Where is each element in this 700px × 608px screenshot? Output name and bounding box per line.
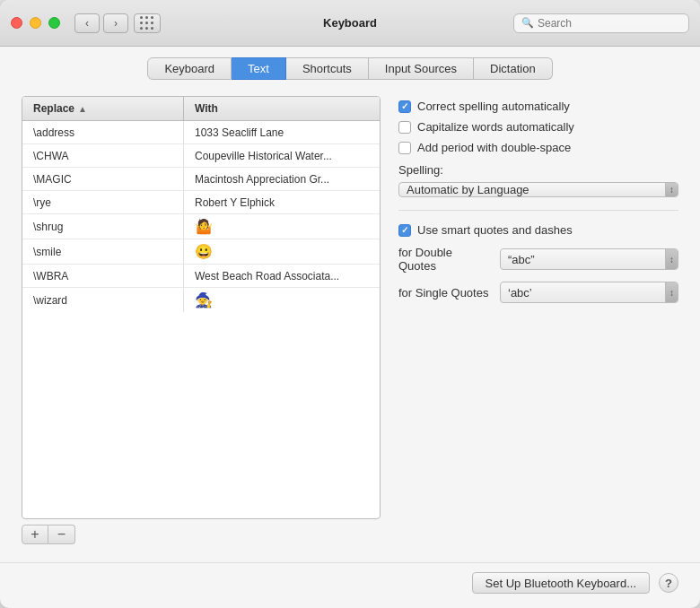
window-controls [11,17,60,29]
single-quotes-value: ‘abc’ [508,286,532,300]
search-bar[interactable]: 🔍 [513,13,689,33]
window-title: Keyboard [323,16,377,30]
keyboard-window: ‹ › Keyboard 🔍 Keyboard Text Shortcuts I… [0,0,700,608]
checkbox-row-period[interactable]: Add period with double-space [398,141,678,154]
checkbox-row-capitalize[interactable]: Capitalize words automatically [398,120,678,134]
table-row[interactable]: \rye Robert Y Elphick [22,191,380,214]
cell-replace: \shrug [22,214,184,239]
help-button[interactable]: ? [659,573,678,593]
cell-with-emoji: 🧙 [184,288,380,312]
spelling-value: Automatic by Language [407,183,529,196]
spelling-label: Spelling: [398,163,678,177]
cell-replace: \address [22,121,184,143]
capitalize-words-label: Capitalize words automatically [417,120,574,134]
table-header: Replace ▲ With [22,97,380,121]
cell-with: 1033 Seacliff Lane [184,121,380,143]
cell-with: Macintosh Appreciation Gr... [184,168,380,190]
sort-arrow-icon: ▲ [78,104,87,114]
grid-icon [140,16,154,30]
single-quotes-label: for Single Quotes [398,286,493,300]
capitalize-words-checkbox[interactable] [398,121,411,134]
remove-row-button[interactable]: − [48,525,75,544]
cell-with: Coupeville Historical Water... [184,144,380,167]
cell-replace: \MAGIC [22,168,184,190]
content-area: Replace ▲ With \address 1033 Seacliff La… [0,87,700,562]
header-replace: Replace ▲ [22,97,184,120]
table-body: \address 1033 Seacliff Lane \CHWA Coupev… [22,121,380,312]
double-quotes-row: for Double Quotes “abc” ↕ [398,246,678,273]
smart-quotes-label: Use smart quotes and dashes [417,223,573,237]
correct-spelling-checkbox[interactable] [398,100,411,113]
tabs-bar: Keyboard Text Shortcuts Input Sources Di… [0,47,700,87]
text-table: Replace ▲ With \address 1033 Seacliff La… [22,96,381,519]
right-panel: Correct spelling automatically Capitaliz… [398,96,678,544]
grid-button[interactable] [134,13,161,33]
divider [398,210,678,211]
checkbox-row-correct-spelling[interactable]: Correct spelling automatically [398,100,678,113]
table-row[interactable]: \address 1033 Seacliff Lane [22,121,380,144]
tab-shortcuts[interactable]: Shortcuts [286,57,369,80]
single-quotes-row: for Single Quotes ‘abc’ ↕ [398,282,678,303]
cell-with-emoji: 😀 [184,239,380,264]
double-quotes-value: “abc” [508,253,535,266]
correct-spelling-label: Correct spelling automatically [417,100,570,113]
tab-text[interactable]: Text [232,57,286,80]
search-input[interactable] [538,17,681,30]
search-icon: 🔍 [521,17,534,29]
tab-dictation[interactable]: Dictation [474,57,553,80]
table-row[interactable]: \shrug 🤷 [22,214,380,239]
table-row[interactable]: \smile 😀 [22,239,380,265]
add-period-label: Add period with double-space [417,141,571,154]
smart-quotes-checkbox[interactable] [398,224,411,237]
tab-input-sources[interactable]: Input Sources [369,57,474,80]
minimize-button[interactable] [30,17,41,29]
spelling-dropdown[interactable]: Automatic by Language ↕ [398,182,678,197]
table-controls: + − [22,525,381,544]
table-row[interactable]: \MAGIC Macintosh Appreciation Gr... [22,168,380,191]
back-button[interactable]: ‹ [74,13,100,33]
spelling-section: Spelling: Automatic by Language ↕ [398,163,678,197]
cell-with: Robert Y Elphick [184,191,380,213]
add-row-button[interactable]: + [22,525,48,544]
cell-with: West Beach Road Associata... [184,265,380,287]
quotes-section: Use smart quotes and dashes for Double Q… [398,223,678,303]
maximize-button[interactable] [48,17,60,29]
double-quotes-label: for Double Quotes [398,246,493,273]
forward-button[interactable]: › [103,13,128,33]
table-section: Replace ▲ With \address 1033 Seacliff La… [22,96,381,544]
nav-buttons: ‹ › [74,13,128,33]
cell-replace: \wizard [22,288,184,312]
cell-replace: \WBRA [22,265,184,287]
header-with: With [184,97,380,120]
add-period-checkbox[interactable] [398,142,411,154]
tab-keyboard[interactable]: Keyboard [147,57,232,80]
cell-replace: \smile [22,239,184,264]
single-quotes-dropdown[interactable]: ‘abc’ ↕ [500,282,678,303]
bottom-bar: Set Up Bluetooth Keyboard... ? [0,562,700,608]
cell-replace: \CHWA [22,144,184,167]
chevron-down-icon: ↕ [665,183,678,196]
table-row[interactable]: \WBRA West Beach Road Associata... [22,265,380,288]
cell-replace: \rye [22,191,184,213]
table-row[interactable]: \wizard 🧙 [22,288,380,312]
table-row[interactable]: \CHWA Coupeville Historical Water... [22,144,380,168]
chevron-down-icon: ↕ [665,249,678,269]
checkbox-group: Correct spelling automatically Capitaliz… [398,100,678,154]
smart-quotes-row[interactable]: Use smart quotes and dashes [398,223,678,237]
bluetooth-keyboard-button[interactable]: Set Up Bluetooth Keyboard... [472,572,650,594]
double-quotes-dropdown[interactable]: “abc” ↕ [500,248,678,270]
chevron-down-icon: ↕ [665,282,678,302]
titlebar: ‹ › Keyboard 🔍 [0,0,700,47]
close-button[interactable] [11,17,22,29]
cell-with-emoji: 🤷 [184,214,380,239]
